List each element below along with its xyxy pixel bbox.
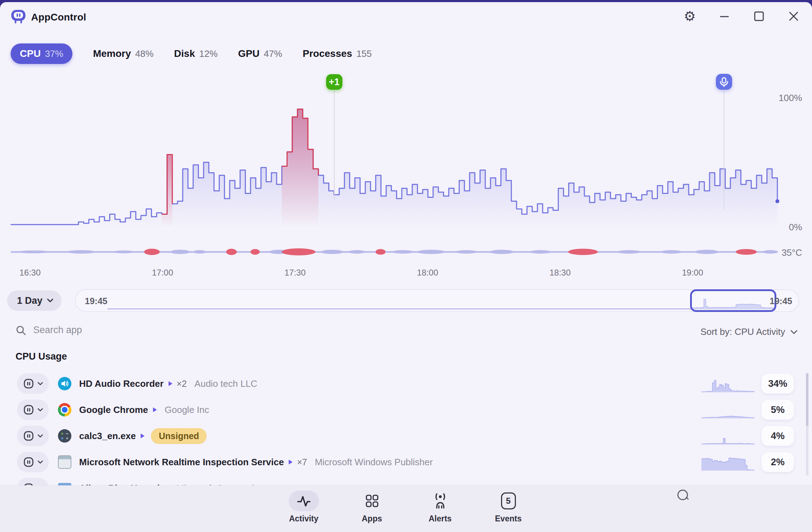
x-tick: 16:30 xyxy=(12,268,48,278)
publisher: Google Inc xyxy=(165,404,209,415)
cpu-sparkline xyxy=(701,401,754,419)
chevron-down-icon xyxy=(790,330,798,335)
scrollbar-thumb[interactable] xyxy=(806,373,808,426)
list-toolbar: Sort by: CPU Activity xyxy=(0,324,812,342)
app-window: AppControl ⚙ CPU 37% Memory 48% Disk 12%… xyxy=(0,2,812,532)
chevron-down-icon xyxy=(37,408,43,412)
settings-gear-icon[interactable]: ⚙ xyxy=(682,8,698,24)
timeline-end-label: 19:45 xyxy=(770,296,792,306)
search-input[interactable] xyxy=(33,324,182,336)
pause-app-icon xyxy=(23,457,34,467)
timeline-scrubber: 1 Day 19:45 19:45 xyxy=(0,289,812,313)
speaker-icon xyxy=(58,377,71,390)
expand-triangle-icon xyxy=(141,433,145,438)
search-icon xyxy=(16,325,26,336)
nav-item-events[interactable]: 5 Events xyxy=(484,491,533,524)
memory-value: 48% xyxy=(135,48,154,59)
pause-app-icon xyxy=(23,404,34,415)
window-icon xyxy=(58,455,71,469)
minimize-button[interactable] xyxy=(717,8,732,24)
app-control-button[interactable] xyxy=(17,373,49,394)
app-logo-robot-icon xyxy=(11,9,26,25)
x-tick: 17:30 xyxy=(277,268,313,278)
timeline-track[interactable]: 19:45 19:45 xyxy=(75,289,799,312)
calendar-square-icon: 5 xyxy=(493,491,524,511)
minimap-sparkline xyxy=(693,292,774,309)
y-axis-0: 0% xyxy=(763,222,802,233)
tab-memory[interactable]: Memory 48% xyxy=(93,48,153,59)
app-row-google-chrome[interactable]: Google Chrome Google Inc 5% xyxy=(0,397,812,423)
cpu-activity-chart[interactable] xyxy=(0,69,812,271)
processes-value: 155 xyxy=(357,48,372,59)
y-axis-100: 100% xyxy=(763,93,802,104)
app-brand: AppControl xyxy=(11,9,86,25)
pause-app-icon xyxy=(23,378,34,389)
process-count-badge[interactable]: +1 xyxy=(326,74,342,90)
publisher: Audio tech LLC xyxy=(194,378,257,389)
tab-processes[interactable]: Processes 155 xyxy=(303,48,372,59)
calculator-icon: +−×÷ xyxy=(58,429,71,443)
sort-by-control[interactable]: Sort by: CPU Activity xyxy=(700,326,798,337)
chevron-down-icon xyxy=(47,298,54,303)
chevron-down-icon xyxy=(37,434,43,438)
x-axis-ticks: 16:3017:0017:3018:0018:3019:00 xyxy=(0,268,812,279)
app-name: Microsoft Network Realtime Inspection Se… xyxy=(79,457,284,468)
close-button[interactable] xyxy=(786,8,801,24)
nav-item-apps[interactable]: Apps xyxy=(347,491,397,524)
x-tick: 18:30 xyxy=(542,268,578,278)
tab-cpu[interactable]: CPU 37% xyxy=(11,43,72,64)
expand-triangle-icon xyxy=(169,381,172,386)
timeline-selection-window[interactable] xyxy=(690,289,776,312)
bottom-navigation: Activity Apps xyxy=(0,485,812,532)
app-title: AppControl xyxy=(31,12,86,23)
chrome-icon xyxy=(58,403,71,416)
mic-marker-line xyxy=(724,90,724,209)
disk-value: 12% xyxy=(199,48,218,59)
antenna-icon xyxy=(425,491,455,511)
app-name: calc3_en.exe xyxy=(79,431,136,442)
tab-gpu[interactable]: GPU 47% xyxy=(238,48,282,59)
expand-triangle-icon xyxy=(289,460,293,465)
search-box xyxy=(16,324,182,336)
cpu-sparkline xyxy=(701,427,754,445)
app-row-ms-network-inspection[interactable]: Microsoft Network Realtime Inspection Se… xyxy=(0,449,812,475)
app-control-button[interactable] xyxy=(17,426,49,446)
cpu-percent-badge: 4% xyxy=(761,426,794,446)
nav-item-alerts[interactable]: Alerts xyxy=(416,491,465,524)
expand-triangle-icon xyxy=(153,407,157,412)
microphone-icon[interactable] xyxy=(716,74,732,90)
cpu-sparkline xyxy=(701,453,754,471)
nav-item-activity[interactable]: Activity xyxy=(279,491,329,524)
section-title: CPU Usage xyxy=(16,351,67,362)
unsigned-badge: Unsigned xyxy=(151,428,207,444)
events-count-badge: 5 xyxy=(506,496,511,506)
app-control-button[interactable] xyxy=(17,452,49,472)
cpu-sparkline xyxy=(701,374,754,393)
app-row-hd-audio-recorder[interactable]: HD Audio Recorder ×2 Audio tech LLC 34% xyxy=(0,371,812,397)
cpu-percent-badge: 34% xyxy=(761,374,794,394)
instance-count: ×2 xyxy=(177,379,187,389)
range-select-button[interactable]: 1 Day xyxy=(7,290,61,311)
chevron-down-icon xyxy=(37,382,43,386)
metric-tabs: CPU 37% Memory 48% Disk 12% GPU 47% Proc… xyxy=(11,43,372,64)
cpu-percent-badge: 2% xyxy=(761,452,794,472)
pulse-icon xyxy=(289,491,319,511)
app-row-calc3[interactable]: +−×÷ calc3_en.exe Unsigned 4% xyxy=(0,423,812,449)
cpu-usage-list: HD Audio Recorder ×2 Audio tech LLC 34% xyxy=(0,371,812,501)
instance-count: ×7 xyxy=(297,457,307,467)
maximize-button[interactable] xyxy=(751,8,767,24)
chevron-down-icon xyxy=(37,460,43,464)
tab-disk[interactable]: Disk 12% xyxy=(174,48,218,59)
gpu-value: 47% xyxy=(264,48,282,59)
x-tick: 19:00 xyxy=(675,268,710,278)
timeline-start-label: 19:45 xyxy=(85,296,107,306)
event-marker-line xyxy=(334,90,335,200)
publisher: Microsoft Windows Publisher xyxy=(315,457,433,468)
pause-app-icon xyxy=(23,431,34,441)
grid-icon xyxy=(357,491,387,511)
x-tick: 18:00 xyxy=(410,268,445,278)
app-name: Google Chrome xyxy=(79,404,148,415)
timeline-progress xyxy=(107,308,774,309)
magnifier-icon[interactable] xyxy=(677,490,688,500)
app-control-button[interactable] xyxy=(17,400,49,420)
